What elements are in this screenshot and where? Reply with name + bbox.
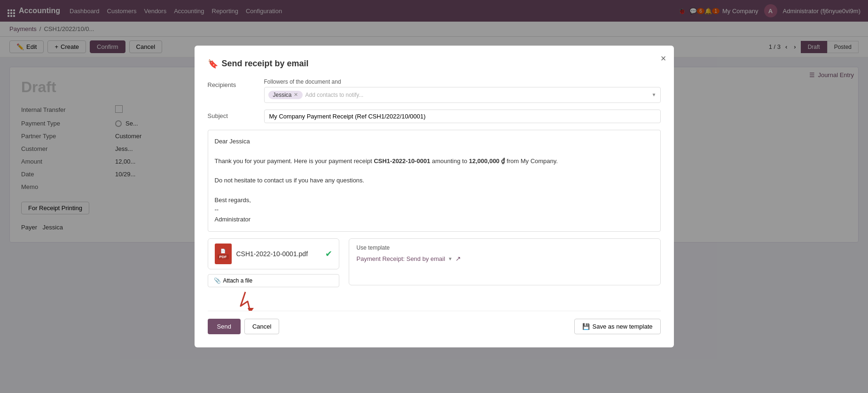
recipient-tag: Jessica ✕: [268, 91, 303, 99]
modal-title: 🔖 Send receipt by email: [208, 59, 661, 69]
attachment-check-icon: ✔: [325, 249, 332, 252]
send-email-modal: 🔖 Send receipt by email × Recipients Fol…: [195, 46, 674, 252]
recipients-placeholder: Add contacts to notify...: [305, 92, 649, 98]
attachment-filename: CSH1-2022-10-0001.pdf: [236, 250, 308, 252]
recipients-value: Followers of the document and Jessica ✕ …: [264, 79, 661, 103]
sign-off: Best regards,: [215, 196, 654, 205]
attachment-area: 📄 PDF CSH1-2022-10-0001.pdf ✔ 📎 Attach a…: [208, 238, 661, 252]
pdf-icon: 📄 PDF: [215, 244, 232, 252]
greeting: Dear Jessica: [215, 137, 654, 147]
subject-label: Subject: [208, 110, 264, 119]
ref-number: CSH1-2022-10-0001: [374, 157, 430, 165]
modal-overlay[interactable]: 🔖 Send receipt by email × Recipients Fol…: [0, 0, 868, 252]
subject-row: Subject: [208, 110, 661, 123]
body-line2: Do not hesitate to contact us if you hav…: [215, 176, 654, 186]
body-line1: Thank you for your payment. Here is your…: [215, 157, 654, 166]
attachment-section: 📄 PDF CSH1-2022-10-0001.pdf ✔ 📎 Attach a…: [208, 238, 339, 252]
template-box: Use template Payment Receipt: Send by em…: [349, 238, 661, 252]
email-modal-icon: 🔖: [208, 59, 218, 69]
recipients-row: Recipients Followers of the document and…: [208, 79, 661, 103]
sign-name: Administrator: [215, 215, 654, 225]
email-body[interactable]: Dear Jessica Thank you for your payment.…: [208, 130, 661, 232]
amount-value: 12,000,000 ₫: [469, 157, 505, 165]
sign-dash: --: [215, 205, 654, 215]
recipients-input[interactable]: Jessica ✕ Add contacts to notify... ▼: [264, 87, 661, 103]
recipients-dropdown-icon[interactable]: ▼: [652, 92, 657, 97]
recipients-label: Recipients: [208, 79, 264, 88]
subject-input[interactable]: [264, 110, 661, 123]
tag-remove-icon[interactable]: ✕: [294, 92, 298, 98]
modal-close-button[interactable]: ×: [661, 53, 666, 64]
use-template-label: Use template: [357, 244, 653, 251]
recipients-description: Followers of the document and: [264, 79, 661, 85]
attachment-box: 📄 PDF CSH1-2022-10-0001.pdf ✔: [208, 238, 339, 252]
